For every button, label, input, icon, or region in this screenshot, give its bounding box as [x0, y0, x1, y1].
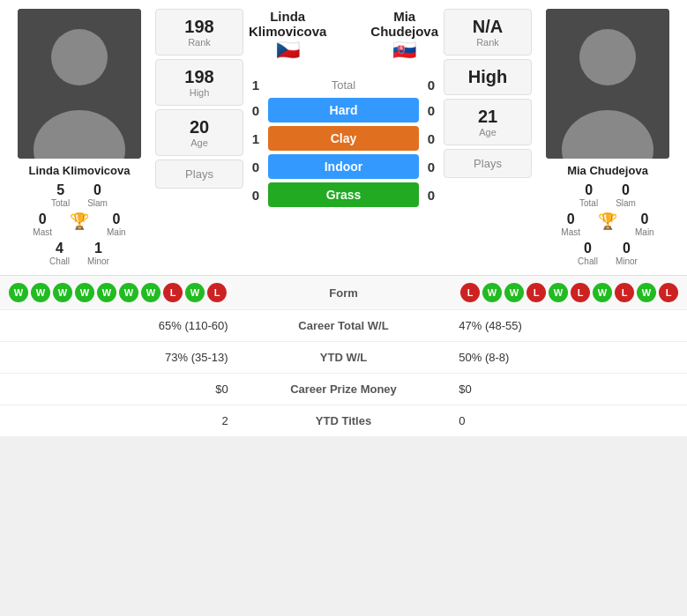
form-badge-left-W: W [185, 283, 205, 302]
left-age-box: 20 Age [155, 109, 243, 156]
left-mast-value: 0 [39, 212, 47, 227]
left-player-avatar [18, 9, 141, 159]
right-flag: 🇸🇰 [370, 39, 438, 62]
right-trophy-icon: 🏆 [598, 212, 617, 231]
left-minor-stat: 1 Minor [87, 241, 109, 266]
left-minor-value: 1 [94, 241, 102, 256]
stat-label-center: YTD W/L [241, 342, 447, 374]
right-chall-stat: 0 Chall [578, 241, 598, 266]
stat-label-center: YTD Titles [241, 405, 447, 437]
form-badge-left-W: W [31, 283, 50, 302]
left-middle-panel: 198 Rank 198 High 20 Age Plays [155, 9, 243, 266]
form-label: Form [309, 286, 379, 300]
form-badge-left-L: L [163, 283, 183, 302]
table-row: 65% (110-60) Career Total W/L 47% (48-55… [0, 310, 687, 342]
grass-left-score: 0 [249, 188, 263, 203]
form-badge-right-L: L [571, 283, 590, 302]
right-player-stats: 0 Total 0 Slam 0 Mast 🏆 [537, 182, 678, 266]
left-chall-value: 4 [56, 241, 63, 256]
left-rank-box: 198 Rank [155, 9, 243, 56]
left-high-value: 198 [160, 67, 239, 87]
players-section: Linda Klimovicova 5 Total 0 Slam 0 Mast [0, 0, 687, 275]
hard-row: 0 Hard 0 [249, 98, 438, 122]
form-badge-left-W: W [97, 283, 116, 302]
hard-surface-btn: Hard [268, 98, 419, 122]
right-age-label: Age [448, 127, 527, 137]
left-flag: 🇨🇿 [249, 39, 326, 62]
right-main-value: 0 [640, 212, 648, 227]
stat-label-center: Career Prize Money [241, 374, 447, 405]
indoor-row: 0 Indoor 0 [249, 154, 438, 179]
clay-row: 1 Clay 0 [249, 126, 438, 151]
form-badge-right-L: L [615, 283, 634, 302]
form-badge-left-W: W [141, 283, 161, 302]
left-stat-val: $0 [0, 374, 241, 405]
left-stat-val: 65% (110-60) [0, 310, 241, 342]
form-badge-left-W: W [9, 283, 28, 302]
hard-left-score: 0 [249, 103, 263, 118]
right-player-card: Mia Chudejova 0 Total 0 Slam 0 Mast [537, 9, 678, 266]
form-badge-right-W: W [637, 283, 656, 302]
grass-row: 0 Grass 0 [249, 182, 438, 207]
clay-right-score: 0 [424, 131, 438, 146]
left-trophy: 🏆 [70, 212, 89, 237]
left-high-label: High [160, 87, 239, 98]
left-mast-stat: 0 Mast [33, 212, 52, 237]
svg-point-4 [579, 29, 636, 85]
left-chall-label: Chall [49, 256, 70, 266]
indoor-left-score: 0 [249, 160, 263, 174]
right-age-value: 21 [448, 107, 527, 127]
table-row: $0 Career Prize Money $0 [0, 374, 687, 405]
form-badge-right-L: L [460, 283, 480, 302]
right-player-avatar [546, 9, 669, 159]
left-total-value: 5 [56, 182, 64, 198]
right-chall-value: 0 [584, 241, 592, 256]
right-total-value: 0 [585, 182, 593, 198]
right-slam-value: 0 [622, 182, 630, 198]
right-plays-label: Plays [474, 157, 502, 170]
clay-left-score: 1 [249, 131, 263, 146]
form-badge-right-L: L [526, 283, 546, 302]
form-badge-right-W: W [549, 283, 568, 302]
left-player-stats: 5 Total 0 Slam 0 Mast 🏆 [9, 182, 150, 266]
form-badge-left-W: W [119, 283, 138, 302]
center-match-panel: LindaKlimovicova🇨🇿MiaChudejova🇸🇰 1 Total… [249, 9, 438, 266]
grass-right-score: 0 [424, 188, 438, 203]
right-main-stat: 0 Main [635, 212, 654, 237]
left-player-card: Linda Klimovicova 5 Total 0 Slam 0 Mast [9, 9, 150, 266]
player-name-headers: LindaKlimovicova🇨🇿MiaChudejova🇸🇰 [249, 9, 438, 62]
left-slam-value: 0 [93, 182, 101, 198]
left-mast-label: Mast [33, 227, 52, 237]
form-badge-right-W: W [504, 283, 524, 302]
right-player-header-name: MiaChudejova [370, 9, 438, 39]
left-chall-stat: 4 Chall [49, 241, 70, 266]
left-rank-value: 198 [160, 17, 239, 37]
left-player-header-name: LindaKlimovicova [249, 9, 326, 39]
right-mast-stat: 0 Mast [561, 212, 580, 237]
right-slam-stat: 0 Slam [616, 182, 636, 208]
indoor-right-score: 0 [424, 160, 438, 174]
left-stat-val: 73% (35-13) [0, 342, 241, 374]
total-label: Total [268, 78, 419, 92]
right-minor-stat: 0 Minor [616, 241, 638, 266]
left-slam-stat: 0 Slam [87, 182, 108, 208]
right-chall-label: Chall [578, 256, 598, 266]
form-badge-left-W: W [75, 283, 94, 302]
left-age-label: Age [160, 137, 239, 148]
right-high-value: High [448, 67, 527, 87]
left-stat-row-3: 4 Chall 1 Minor [9, 241, 150, 266]
right-slam-label: Slam [616, 198, 636, 208]
right-minor-label: Minor [616, 256, 638, 266]
grass-surface-btn: Grass [268, 182, 419, 207]
right-stat-row-1: 0 Total 0 Slam [537, 182, 678, 208]
left-stat-row-2: 0 Mast 🏆 0 Main [9, 212, 150, 237]
left-total-label: Total [51, 198, 70, 208]
right-total-label: Total [579, 198, 598, 208]
left-minor-label: Minor [87, 256, 109, 266]
indoor-surface-btn: Indoor [268, 154, 419, 179]
left-stat-row-1: 5 Total 0 Slam [9, 182, 150, 208]
right-rank-box: N/A Rank [444, 9, 532, 56]
left-total-score: 1 [249, 78, 263, 93]
left-main-stat: 0 Main [107, 212, 126, 237]
right-player-name: Mia Chudejova [567, 164, 648, 177]
